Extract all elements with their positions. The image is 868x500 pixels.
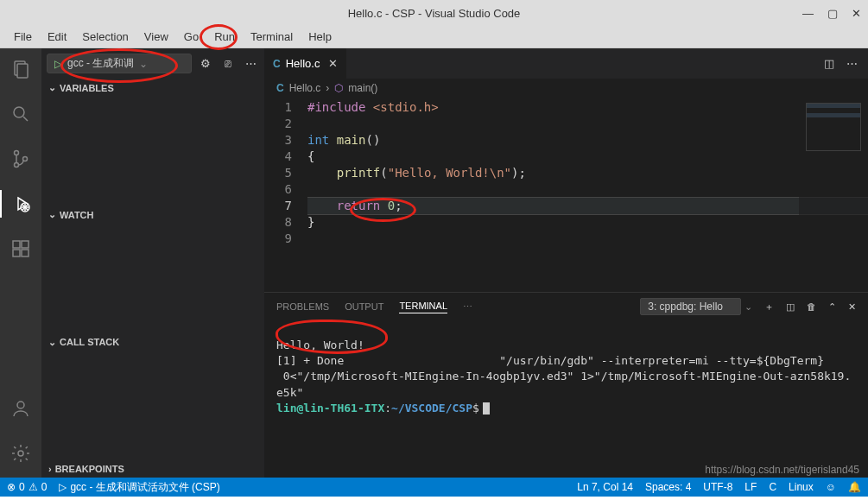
chevron-right-icon: › <box>48 464 52 474</box>
c-file-icon: C <box>273 58 281 70</box>
chevron-down-icon: ⌄ <box>48 209 56 220</box>
menu-file[interactable]: File <box>7 28 39 45</box>
debug-sidebar: ▷ gcc - 生成和调 ⌄ ⚙ ⎚ ⋯ ⌄VARIABLES ⌄WATCH ⌄… <box>41 48 264 478</box>
menubar: File Edit Selection View Go Run Terminal… <box>0 26 868 48</box>
svg-line-3 <box>23 117 28 121</box>
menu-run[interactable]: Run <box>207 28 242 45</box>
play-icon: ▷ <box>54 58 62 70</box>
tab-terminal[interactable]: TERMINAL <box>399 301 447 313</box>
more-icon[interactable]: ⋯ <box>846 57 858 70</box>
status-eol[interactable]: LF <box>744 481 757 493</box>
symbol-icon: ⬡ <box>334 82 343 94</box>
status-errors[interactable]: ⊗ 0 ⚠ 0 <box>7 481 47 493</box>
svg-point-6 <box>23 157 28 161</box>
split-terminal-icon[interactable]: ◫ <box>786 301 795 313</box>
menu-selection[interactable]: Selection <box>75 28 135 45</box>
svg-point-2 <box>14 107 24 117</box>
svg-rect-13 <box>13 241 20 248</box>
close-icon[interactable]: ✕ <box>328 57 338 70</box>
run-config-select[interactable]: ▷ gcc - 生成和调 ⌄ <box>47 54 192 73</box>
status-bar: ⊗ 0 ⚠ 0 ▷ gcc - 生成和调试活动文件 (CSP) Ln 7, Co… <box>0 478 868 497</box>
scm-icon[interactable] <box>0 145 41 173</box>
close-panel-icon[interactable]: ✕ <box>848 301 856 313</box>
status-encoding[interactable]: UTF-8 <box>703 481 732 493</box>
terminal-cursor <box>483 402 490 415</box>
svg-point-17 <box>17 402 24 408</box>
menu-terminal[interactable]: Terminal <box>244 28 300 45</box>
chevron-down-icon: ⌄ <box>48 337 56 348</box>
menu-go[interactable]: Go <box>177 28 206 45</box>
maximize-button[interactable]: ▢ <box>827 7 838 20</box>
menu-view[interactable]: View <box>137 28 175 45</box>
svg-rect-14 <box>13 250 20 256</box>
gear-icon[interactable] <box>0 440 41 467</box>
watermark: https://blog.csdn.net/tigerisland45 <box>705 464 859 476</box>
split-editor-icon[interactable]: ◫ <box>824 57 834 70</box>
debug-icon[interactable] <box>0 190 41 218</box>
close-window-button[interactable]: ✕ <box>852 7 861 20</box>
breadcrumb[interactable]: C Hello.c › ⬡ main() <box>264 79 868 98</box>
chevron-down-icon[interactable]: ⌄ <box>744 301 752 313</box>
maximize-panel-icon[interactable]: ⌃ <box>828 301 836 313</box>
window-title: Hello.c - CSP - Visual Studio Code <box>348 7 521 20</box>
c-file-icon: C <box>276 82 284 94</box>
status-debug-config[interactable]: ▷ gcc - 生成和调试活动文件 (CSP) <box>59 480 219 495</box>
line-gutter: 123456789 <box>264 98 307 292</box>
watch-section[interactable]: ⌄WATCH <box>41 206 264 224</box>
explorer-icon[interactable] <box>0 55 41 83</box>
svg-rect-15 <box>22 250 29 256</box>
more-icon[interactable]: ⋯ <box>463 301 472 313</box>
new-terminal-icon[interactable]: ＋ <box>764 301 774 313</box>
minimize-button[interactable]: — <box>802 7 814 20</box>
bottom-panel: PROBLEMS OUTPUT TERMINAL ⋯ 3: cppdbg: He… <box>264 292 868 478</box>
tab-hello-c[interactable]: C Hello.c ✕ <box>264 48 346 79</box>
minimap[interactable] <box>799 98 868 292</box>
svg-point-18 <box>18 451 23 456</box>
menu-edit[interactable]: Edit <box>41 28 73 45</box>
svg-rect-1 <box>17 64 28 78</box>
bell-icon[interactable]: 🔔 <box>848 481 861 493</box>
gear-icon[interactable]: ⚙ <box>197 57 214 70</box>
tab-bar: C Hello.c ✕ ◫ ⋯ <box>264 48 868 79</box>
svg-rect-16 <box>22 241 29 248</box>
kill-terminal-icon[interactable]: 🗑 <box>807 301 816 312</box>
menu-help[interactable]: Help <box>301 28 339 45</box>
callstack-section[interactable]: ⌄CALL STACK <box>41 333 264 351</box>
terminal-select[interactable]: 3: cppdbg: Hello <box>640 298 741 315</box>
status-lang[interactable]: C <box>769 481 776 493</box>
chevron-down-icon: ⌄ <box>139 58 148 70</box>
svg-point-4 <box>15 151 19 155</box>
svg-point-5 <box>15 163 19 168</box>
terminal-output[interactable]: Hello, World! [1] + Done "/usr/bin/gdb" … <box>264 320 868 478</box>
more-icon[interactable]: ⋯ <box>242 57 259 70</box>
tab-output[interactable]: OUTPUT <box>345 301 383 312</box>
activity-bar <box>0 48 41 478</box>
variables-section[interactable]: ⌄VARIABLES <box>41 79 264 97</box>
status-cursor-pos[interactable]: Ln 7, Col 14 <box>577 481 633 493</box>
editor-area: C Hello.c ✕ ◫ ⋯ C Hello.c › ⬡ main() 123… <box>264 48 868 478</box>
feedback-icon[interactable]: ☺ <box>826 481 836 493</box>
tab-label: Hello.c <box>286 57 320 70</box>
run-config-label: gcc - 生成和调 <box>67 56 134 71</box>
status-os[interactable]: Linux <box>789 481 814 493</box>
tab-problems[interactable]: PROBLEMS <box>276 301 329 312</box>
chevron-down-icon: ⌄ <box>48 82 56 93</box>
debug-console-icon[interactable]: ⎚ <box>219 57 237 70</box>
status-spaces[interactable]: Spaces: 4 <box>645 481 691 493</box>
breakpoints-section[interactable]: ›BREAKPOINTS <box>41 460 264 478</box>
extensions-icon[interactable] <box>0 235 41 263</box>
search-icon[interactable] <box>0 100 41 128</box>
titlebar: Hello.c - CSP - Visual Studio Code — ▢ ✕ <box>0 0 868 26</box>
account-icon[interactable] <box>0 395 41 422</box>
code-editor[interactable]: 123456789 #include <stdio.h> int main() … <box>264 98 868 292</box>
